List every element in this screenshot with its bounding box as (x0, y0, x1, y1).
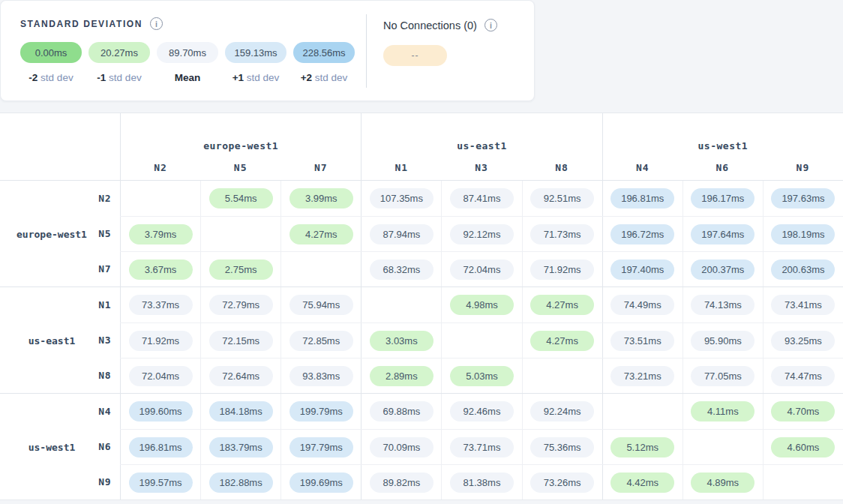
latency-cell-N7-N2[interactable]: 3.67ms (120, 252, 200, 286)
latency-cell-N8-N9[interactable]: 74.47ms (763, 358, 843, 393)
latency-cell-N1-N7[interactable]: 75.94ms (280, 287, 361, 322)
latency-cell-N3-N8[interactable]: 4.27ms (522, 323, 602, 358)
latency-cell-N8-N3[interactable]: 5.03ms (441, 358, 521, 393)
latency-cell-N7-N3[interactable]: 72.04ms (441, 252, 521, 286)
latency-cell-N4-N6[interactable]: 4.11ms (682, 394, 763, 429)
latency-cell-N1-N6[interactable]: 74.13ms (682, 287, 763, 322)
latency-cell-N6-N2[interactable]: 196.81ms (120, 430, 200, 464)
latency-cell-N4-N5[interactable]: 184.18ms (200, 394, 280, 429)
latency-cell-N5-N9[interactable]: 198.19ms (763, 217, 843, 251)
latency-cell-N1-N3[interactable]: 4.98ms (441, 287, 521, 322)
latency-cell-N6-N1[interactable]: 70.09ms (361, 430, 441, 464)
latency-cell-N9-N1[interactable]: 89.82ms (361, 465, 441, 500)
latency-pill: 72.04ms (129, 366, 193, 386)
latency-cell-N2-N4[interactable]: 196.81ms (602, 181, 682, 216)
latency-cell-N8-N1[interactable]: 2.89ms (361, 358, 441, 393)
latency-cell-N4-N9[interactable]: 4.70ms (763, 394, 843, 429)
matrix-row-N6: 196.81ms183.79ms197.79ms70.09ms73.71ms75… (120, 429, 843, 464)
latency-cell-N5-N5[interactable] (200, 217, 280, 251)
latency-cell-N6-N5[interactable]: 183.79ms (200, 430, 280, 464)
latency-cell-N9-N5[interactable]: 182.88ms (200, 465, 280, 500)
latency-cell-N7-N4[interactable]: 197.40ms (602, 252, 682, 286)
latency-cell-N3-N7[interactable]: 72.85ms (280, 323, 361, 358)
latency-cell-N7-N1[interactable]: 68.32ms (361, 252, 441, 286)
latency-cell-N6-N6[interactable] (682, 430, 763, 464)
latency-cell-N8-N5[interactable]: 72.64ms (200, 358, 280, 393)
latency-cell-N3-N9[interactable]: 93.25ms (763, 323, 843, 358)
latency-cell-N1-N1[interactable] (361, 287, 441, 322)
latency-cell-N8-N2[interactable]: 72.04ms (120, 358, 200, 393)
latency-cell-N5-N8[interactable]: 71.73ms (522, 217, 602, 251)
latency-pill: 75.36ms (530, 437, 594, 458)
latency-cell-N7-N7[interactable] (280, 252, 361, 286)
latency-cell-N6-N9[interactable]: 4.60ms (763, 430, 843, 464)
latency-pill: 73.71ms (450, 437, 514, 458)
latency-cell-N1-N5[interactable]: 72.79ms (200, 287, 280, 322)
latency-cell-N6-N7[interactable]: 197.79ms (280, 430, 361, 464)
matrix-body: europe-west1N2N5N75.54ms3.99ms107.35ms87… (0, 181, 843, 500)
latency-cell-N9-N6[interactable]: 4.89ms (682, 465, 763, 500)
latency-cell-N5-N4[interactable]: 196.72ms (602, 217, 682, 251)
latency-cell-N6-N3[interactable]: 73.71ms (441, 430, 521, 464)
latency-cell-N3-N1[interactable]: 3.03ms (361, 323, 441, 358)
latency-cell-N1-N9[interactable]: 73.41ms (763, 287, 843, 322)
latency-cell-N2-N7[interactable]: 3.99ms (280, 181, 361, 216)
latency-cell-N2-N3[interactable]: 87.41ms (441, 181, 521, 216)
latency-cell-N8-N6[interactable]: 77.05ms (682, 358, 763, 393)
row-region-label-col: us-west1N4N6N9 (0, 394, 120, 500)
latency-cell-N1-N8[interactable]: 4.27ms (522, 287, 602, 322)
latency-cell-N9-N2[interactable]: 199.57ms (120, 465, 200, 500)
latency-cell-N2-N8[interactable]: 92.51ms (522, 181, 602, 216)
latency-cell-N3-N6[interactable]: 95.90ms (682, 323, 763, 358)
latency-cell-N1-N2[interactable]: 73.37ms (120, 287, 200, 322)
latency-cell-N2-N9[interactable]: 197.63ms (763, 181, 843, 216)
info-icon[interactable] (150, 17, 163, 30)
legend-divider (366, 14, 367, 88)
latency-cell-N7-N9[interactable]: 200.63ms (763, 252, 843, 286)
info-icon[interactable] (484, 19, 497, 32)
column-region-header-us-west1: us-west1 (602, 113, 843, 154)
latency-cell-N7-N6[interactable]: 200.37ms (682, 252, 763, 286)
latency-cell-N4-N2[interactable]: 199.60ms (120, 394, 200, 429)
latency-cell-N9-N4[interactable]: 4.42ms (602, 465, 682, 500)
latency-cell-N2-N2[interactable] (120, 181, 200, 216)
legend-pill-label: Mean (157, 72, 218, 83)
latency-cell-N9-N3[interactable]: 81.38ms (441, 465, 521, 500)
latency-cell-N2-N5[interactable]: 5.54ms (200, 181, 280, 216)
latency-cell-N2-N6[interactable]: 196.17ms (682, 181, 763, 216)
latency-cell-N3-N2[interactable]: 71.92ms (120, 323, 200, 358)
latency-cell-N9-N9[interactable] (763, 465, 843, 500)
latency-pill: 71.92ms (530, 260, 594, 280)
latency-cell-N9-N8[interactable]: 73.26ms (522, 465, 602, 500)
legend-pill-label: +2 std dev (293, 72, 355, 83)
latency-cell-N3-N4[interactable]: 73.51ms (602, 323, 682, 358)
no-connections-title: No Connections (0) (383, 20, 477, 32)
latency-cell-N4-N3[interactable]: 92.46ms (441, 394, 521, 429)
row-group-us-west1: us-west1N4N6N9199.60ms184.18ms199.79ms69… (0, 393, 843, 500)
latency-cell-N5-N6[interactable]: 197.64ms (682, 217, 763, 251)
latency-cell-N6-N8[interactable]: 75.36ms (522, 430, 602, 464)
latency-cell-N5-N1[interactable]: 87.94ms (361, 217, 441, 251)
matrix-row-N3: 71.92ms72.15ms72.85ms3.03ms4.27ms73.51ms… (120, 322, 843, 358)
latency-cell-N8-N7[interactable]: 93.83ms (280, 358, 361, 393)
latency-pill: 2.75ms (209, 260, 273, 280)
latency-cell-N7-N5[interactable]: 2.75ms (200, 252, 280, 286)
latency-cell-N5-N7[interactable]: 4.27ms (280, 217, 361, 251)
latency-cell-N5-N2[interactable]: 3.79ms (120, 217, 200, 251)
latency-cell-N6-N4[interactable]: 5.12ms (602, 430, 682, 464)
latency-cell-N5-N3[interactable]: 92.12ms (441, 217, 521, 251)
latency-cell-N4-N8[interactable]: 92.24ms (522, 394, 602, 429)
latency-cell-N8-N4[interactable]: 73.21ms (602, 358, 682, 393)
latency-cell-N4-N7[interactable]: 199.79ms (280, 394, 361, 429)
latency-cell-N4-N4[interactable] (602, 394, 682, 429)
latency-cell-N1-N4[interactable]: 74.49ms (602, 287, 682, 322)
latency-cell-N4-N1[interactable]: 69.88ms (361, 394, 441, 429)
column-node-header-N6: N6 (682, 154, 763, 180)
latency-cell-N9-N7[interactable]: 199.69ms (280, 465, 361, 500)
latency-cell-N8-N8[interactable] (522, 358, 602, 393)
latency-cell-N2-N1[interactable]: 107.35ms (361, 181, 441, 216)
latency-cell-N7-N8[interactable]: 71.92ms (522, 252, 602, 286)
latency-cell-N3-N3[interactable] (441, 323, 521, 358)
latency-cell-N3-N5[interactable]: 72.15ms (200, 323, 280, 358)
latency-pill: 75.94ms (290, 295, 353, 315)
